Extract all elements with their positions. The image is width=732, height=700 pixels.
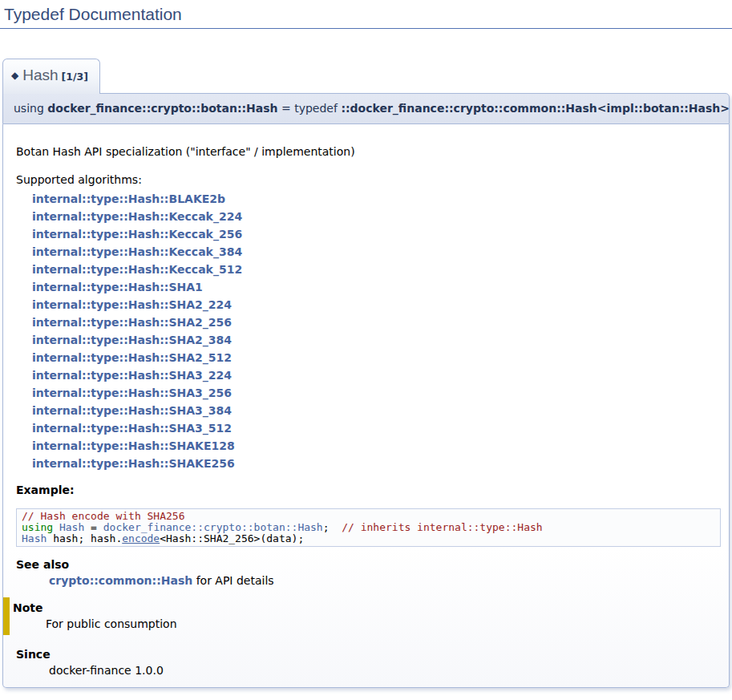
algorithm-link-sha3-224[interactable]: internal::type::Hash::SHA3_224 [32,369,232,382]
algorithm-link-sha3-512[interactable]: internal::type::Hash::SHA3_512 [32,422,232,435]
algorithm-link-keccak-512[interactable]: internal::type::Hash::Keccak_512 [32,263,242,276]
algorithm-item: internal::type::Hash::SHA2_512 [32,349,721,366]
code-link-hash[interactable]: Hash [22,532,47,544]
code-comment: // inherits internal::type::Hash [342,521,542,533]
typedef-name: docker_finance::crypto::botan::Hash [47,102,277,115]
algorithm-item: internal::type::Hash::Keccak_384 [32,243,721,261]
algorithm-link-keccak-384[interactable]: internal::type::Hash::Keccak_384 [32,245,242,258]
algorithm-item: internal::type::Hash::SHA3_512 [32,419,721,437]
member-tab-overload-index: [1/3] [62,71,88,83]
algorithm-item: internal::type::Hash::SHA3_256 [32,384,721,402]
algorithm-link-keccak-256[interactable]: internal::type::Hash::Keccak_256 [32,228,242,241]
algorithm-item: internal::type::Hash::SHA2_256 [32,314,721,331]
permalink-diamond-icon[interactable]: ◆ [11,70,18,81]
using-keyword: using [14,102,44,115]
note-section: Note For public consumption [3,597,721,635]
page-title: Typedef Documentation [0,0,732,29]
algorithm-link-sha2-224[interactable]: internal::type::Hash::SHA2_224 [32,298,232,311]
algorithm-item: internal::type::Hash::Keccak_224 [32,208,721,225]
algorithm-item: internal::type::Hash::SHA2_384 [32,331,721,349]
algorithm-link-sha1[interactable]: internal::type::Hash::SHA1 [32,281,203,293]
algorithm-item: internal::type::Hash::Keccak_512 [32,261,721,278]
see-also-label: See also [16,558,721,571]
since-section: Since docker-finance 1.0.0 [16,648,721,677]
algorithm-item: internal::type::Hash::Keccak_256 [32,225,721,243]
code-link-encode[interactable]: encode [122,532,160,544]
algorithm-link-shake128[interactable]: internal::type::Hash::SHAKE128 [32,439,235,452]
code-line: Hash hash; hash.encode<Hash::SHA2_256>(d… [22,533,715,544]
algorithm-item: internal::type::Hash::SHA3_384 [32,402,721,419]
brief-description: Botan Hash API specialization ("interfac… [16,145,721,158]
supported-algorithms-label: Supported algorithms: [16,173,721,186]
code-link-botan-hash[interactable]: docker_finance::crypto::botan::Hash [103,521,323,533]
typedef-equals: = typedef [281,102,338,115]
algorithm-link-keccak-224[interactable]: internal::type::Hash::Keccak_224 [32,210,242,223]
member-tab-label: Hash [22,67,58,83]
algorithm-item: internal::type::Hash::SHAKE256 [32,455,721,472]
member-hash-section: ◆Hash[1/3] using docker_finance::crypto:… [0,29,732,688]
code-link-hash[interactable]: Hash [59,521,84,533]
algorithm-item: internal::type::Hash::SHA1 [32,278,721,296]
algorithm-item: internal::type::Hash::BLAKE2b [32,190,721,208]
since-text: docker-finance 1.0.0 [49,664,721,677]
typedef-declaration: using docker_finance::crypto::botan::Has… [2,93,730,124]
see-also-link[interactable]: crypto::common::Hash [49,574,192,587]
code-text: ; [323,521,342,533]
see-also-content: crypto::common::Hash for API details [49,574,721,587]
algorithm-link-sha3-384[interactable]: internal::type::Hash::SHA3_384 [32,404,232,417]
algorithm-list: internal::type::Hash::BLAKE2b internal::… [32,190,721,472]
algorithm-item: internal::type::Hash::SHAKE128 [32,437,721,455]
member-item: using docker_finance::crypto::botan::Has… [2,93,730,688]
algorithm-link-sha2-384[interactable]: internal::type::Hash::SHA2_384 [32,334,232,346]
code-comment: // Hash encode with SHA256 [22,510,185,522]
code-text: <Hash::SHA2_256>(data); [160,532,304,544]
member-tab-hash[interactable]: ◆Hash[1/3] [2,59,100,94]
algorithm-link-blake2b[interactable]: internal::type::Hash::BLAKE2b [32,192,225,205]
code-text: = [84,521,103,533]
algorithm-link-sha2-512[interactable]: internal::type::Hash::SHA2_512 [32,351,232,364]
note-text: For public consumption [46,617,721,630]
code-text: hash; hash. [47,532,122,544]
algorithm-link-sha3-256[interactable]: internal::type::Hash::SHA3_256 [32,386,232,399]
example-code-block: // Hash encode with SHA256using Hash = d… [16,508,721,547]
note-label: Note [13,601,721,614]
code-line: // Hash encode with SHA256 [22,511,715,522]
see-also-section: See also crypto::common::Hash for API de… [16,558,721,587]
algorithm-link-sha2-256[interactable]: internal::type::Hash::SHA2_256 [32,316,232,329]
code-line: using Hash = docker_finance::crypto::bot… [22,522,715,533]
since-label: Since [16,648,721,661]
typedef-target-type: ::docker_finance::crypto::common::Hash<i… [341,102,730,115]
member-documentation: Botan Hash API specialization ("interfac… [2,124,730,688]
algorithm-item: internal::type::Hash::SHA3_224 [32,366,721,384]
algorithm-item: internal::type::Hash::SHA2_224 [32,296,721,314]
see-also-text: for API details [192,574,273,587]
code-keyword: using [22,521,59,533]
example-label: Example: [16,484,721,496]
algorithm-link-shake256[interactable]: internal::type::Hash::SHAKE256 [32,457,235,470]
